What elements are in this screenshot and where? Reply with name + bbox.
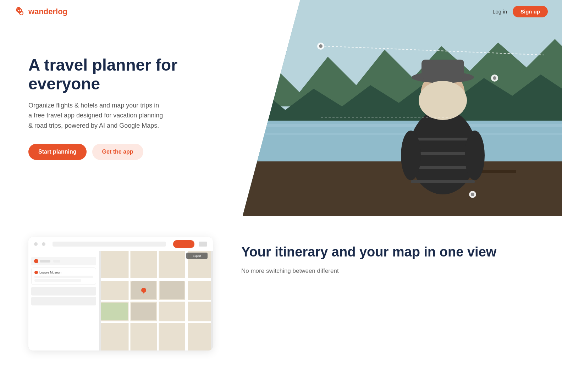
get-app-button[interactable]: Get the app — [92, 144, 143, 160]
mockup-address-bar — [53, 242, 166, 247]
navbar: wanderlog Log in Sign up — [0, 0, 562, 23]
section2-text: Your itinerary and your map in one view … — [241, 237, 534, 276]
nav-actions: Log in Sign up — [492, 6, 548, 17]
svg-rect-40 — [101, 303, 128, 320]
mockup-map-area: Export — [99, 251, 213, 350]
mockup-sidebar-item-2 — [31, 297, 96, 305]
svg-point-15 — [419, 81, 467, 120]
svg-line-2 — [20, 11, 20, 12]
svg-rect-19 — [411, 180, 475, 183]
mockup-header — [28, 237, 213, 251]
hero-subtitle: Organize flights & hotels and map your t… — [28, 100, 163, 131]
logo-wordmark: wanderlog — [28, 7, 67, 16]
svg-text:Export: Export — [193, 254, 201, 258]
mockup-share-button — [173, 240, 194, 248]
mockup-dot-2 — [42, 242, 45, 246]
login-button[interactable]: Log in — [492, 9, 507, 15]
mockup-body: Louvre Museum — [28, 251, 213, 350]
mockup-container: Louvre Museum — [28, 237, 213, 350]
svg-rect-38 — [160, 281, 184, 299]
start-planning-button[interactable]: Start planning — [28, 144, 87, 160]
hero-image — [243, 0, 562, 216]
mockup-sidebar-item — [31, 287, 96, 296]
hero-content: A travel planner for everyone Organize f… — [0, 0, 206, 216]
logo-icon — [14, 6, 26, 17]
svg-rect-14 — [422, 60, 464, 79]
svg-point-21 — [465, 131, 485, 180]
hero-section: A travel planner for everyone Organize f… — [0, 0, 562, 216]
svg-point-20 — [401, 131, 421, 180]
mockup-more-button — [199, 242, 207, 247]
logo[interactable]: wanderlog — [14, 6, 67, 17]
svg-rect-16 — [411, 138, 475, 140]
signup-button[interactable]: Sign up — [513, 6, 548, 17]
app-screenshot: Louvre Museum — [28, 237, 213, 350]
svg-rect-39 — [131, 303, 156, 320]
hero-title: A travel planner for everyone — [28, 56, 184, 93]
mockup-dot-1 — [34, 242, 38, 246]
section2-subtitle: No more switching between different — [241, 266, 534, 276]
hero-buttons: Start planning Get the app — [28, 144, 184, 160]
mockup-sidebar: Louvre Museum — [28, 251, 99, 350]
itinerary-section: Louvre Museum — [0, 216, 562, 392]
section2-title: Your itinerary and your map in one view — [241, 244, 534, 260]
mockup-itinerary-item: Louvre Museum — [31, 267, 96, 285]
